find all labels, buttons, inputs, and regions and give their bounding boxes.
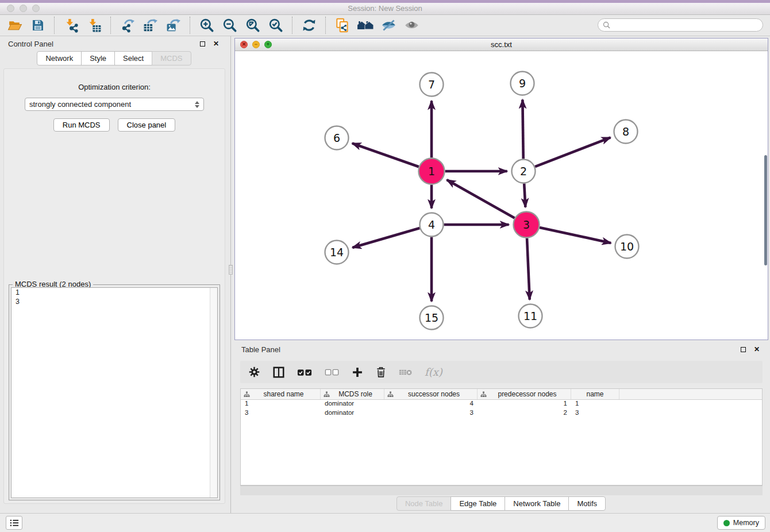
export-table-icon[interactable] — [139, 16, 162, 34]
export-network-icon[interactable] — [116, 16, 139, 34]
search-input[interactable] — [613, 20, 763, 30]
tab-node-table[interactable]: Node Table — [396, 496, 452, 511]
table-row[interactable]: 3dominator323 — [241, 409, 762, 418]
table-cell[interactable]: dominator — [321, 409, 384, 418]
close-table-panel-icon[interactable]: ✕ — [752, 345, 761, 354]
show-column-panel-icon[interactable] — [272, 364, 285, 381]
graph-edge-2-3[interactable] — [524, 183, 525, 207]
graph-node-label: 4 — [428, 218, 435, 231]
clone-network-icon[interactable] — [331, 16, 354, 34]
apply-layout-icon[interactable] — [298, 16, 321, 34]
tab-select[interactable]: Select — [114, 51, 152, 65]
search-field[interactable] — [598, 18, 763, 32]
graph-node-14[interactable]: 14 — [325, 241, 349, 264]
zoom-out-icon[interactable] — [218, 16, 241, 34]
graph-node-label: 1 — [428, 165, 435, 178]
graph-node-11[interactable]: 11 — [519, 304, 542, 328]
table-cell[interactable]: 1 — [571, 400, 619, 409]
zoom-selected-icon[interactable] — [264, 16, 287, 34]
column-header-predecessor-nodes[interactable]: predecessor nodes — [478, 389, 571, 399]
search-icon — [603, 21, 610, 29]
zoom-in-icon[interactable] — [195, 16, 218, 34]
export-image-icon[interactable] — [162, 16, 185, 34]
optimization-criterion-select[interactable]: strongly connected component — [25, 98, 204, 111]
save-session-icon[interactable] — [26, 16, 49, 34]
graph-node-7[interactable]: 7 — [420, 73, 444, 97]
graph-edge-3-10[interactable] — [540, 228, 611, 243]
network-vertical-scrollbar[interactable] — [764, 155, 767, 265]
graph-node-label: 7 — [428, 78, 435, 91]
column-header-label: predecessor nodes — [487, 390, 568, 398]
table-cell[interactable]: 1 — [478, 400, 571, 409]
graph-node-4[interactable]: 4 — [420, 213, 444, 237]
result-scrollbar[interactable] — [210, 288, 217, 498]
graph-edge-1-6[interactable] — [352, 143, 419, 167]
table-cell[interactable]: 3 — [571, 409, 619, 418]
vertical-split-grip[interactable] — [229, 265, 233, 275]
tab-edge-table[interactable]: Edge Table — [451, 496, 505, 511]
graph-edge-2-9[interactable] — [522, 99, 523, 159]
import-network-icon[interactable] — [60, 16, 83, 34]
network-canvas[interactable]: 1234678910111415 — [235, 51, 768, 340]
tab-mcds[interactable]: MCDS — [152, 51, 191, 65]
tab-network[interactable]: Network — [37, 51, 82, 65]
mcds-result-list[interactable]: 13 — [11, 287, 218, 498]
table-cell[interactable]: 2 — [478, 409, 571, 418]
column-header-MCDS-role[interactable]: MCDS role — [321, 389, 384, 399]
tab-network-table[interactable]: Network Table — [505, 496, 569, 511]
graph-node-10[interactable]: 10 — [615, 235, 639, 259]
first-neighbors-icon[interactable] — [354, 16, 377, 34]
panel-divider — [230, 36, 231, 513]
table-settings-gear-icon[interactable] — [248, 364, 260, 381]
graph-edge-2-8[interactable] — [535, 137, 610, 167]
zoom-fit-icon[interactable] — [241, 16, 264, 34]
column-header-label: shared name — [250, 390, 317, 398]
open-session-icon[interactable] — [3, 16, 26, 34]
unselect-all-columns-icon[interactable] — [325, 364, 340, 381]
import-table-icon[interactable] — [83, 16, 106, 34]
close-panel-button[interactable]: Close panel — [118, 118, 176, 132]
network-window-titlebar[interactable]: ✕ − + scc.txt — [235, 38, 768, 51]
graph-node-6[interactable]: 6 — [325, 126, 349, 150]
graph-edge-3-11[interactable] — [527, 238, 530, 299]
show-all-icon[interactable] — [400, 16, 423, 34]
task-history-button[interactable] — [6, 516, 22, 530]
graph-edge-3-1[interactable] — [447, 180, 515, 218]
control-panel-title: Control Panel — [8, 40, 193, 48]
float-table-panel-icon[interactable] — [738, 345, 748, 354]
column-type-icon — [324, 391, 330, 398]
graph-node-15[interactable]: 15 — [420, 306, 444, 330]
create-column-plus-icon[interactable] — [352, 364, 363, 381]
graph-node-label: 2 — [520, 165, 527, 178]
table-cell[interactable]: 3 — [241, 409, 321, 418]
table-row[interactable]: 1dominator411 — [241, 400, 762, 409]
network-graph[interactable]: 1234678910111415 — [235, 51, 768, 340]
column-header-name[interactable]: name — [571, 389, 619, 399]
graph-node-9[interactable]: 9 — [511, 72, 534, 95]
memory-label: Memory — [733, 519, 759, 527]
tab-motifs[interactable]: Motifs — [568, 496, 606, 511]
delete-rows-trash-icon[interactable] — [375, 364, 387, 381]
memory-button[interactable]: Memory — [717, 516, 765, 530]
tab-style[interactable]: Style — [81, 51, 115, 65]
graph-node-8[interactable]: 8 — [614, 120, 638, 144]
column-header-shared-name[interactable]: shared name — [241, 389, 321, 399]
table-cell[interactable]: 3 — [384, 409, 478, 418]
table-panel-bottom-strip — [240, 485, 763, 495]
column-header-successor-nodes[interactable]: successor nodes — [384, 389, 478, 399]
hide-selected-icon[interactable] — [377, 16, 400, 34]
run-mcds-button[interactable]: Run MCDS — [53, 118, 110, 132]
table-cell[interactable]: dominator — [321, 400, 384, 409]
graph-node-3[interactable]: 3 — [514, 212, 540, 238]
table-cell[interactable]: 1 — [241, 400, 321, 409]
node-table[interactable]: shared nameMCDS rolesuccessor nodesprede… — [240, 388, 763, 485]
column-header-label: successor nodes — [394, 390, 474, 398]
graph-edge-4-14[interactable] — [352, 228, 419, 248]
table-cell[interactable]: 4 — [384, 400, 478, 409]
float-panel-icon[interactable] — [198, 39, 207, 48]
graph-node-1[interactable]: 1 — [419, 159, 445, 184]
close-panel-icon[interactable]: ✕ — [211, 39, 221, 48]
graph-node-2[interactable]: 2 — [512, 160, 536, 183]
select-all-columns-icon[interactable] — [297, 364, 313, 381]
mcds-panel: Optimization criterion: strongly connect… — [3, 68, 225, 504]
